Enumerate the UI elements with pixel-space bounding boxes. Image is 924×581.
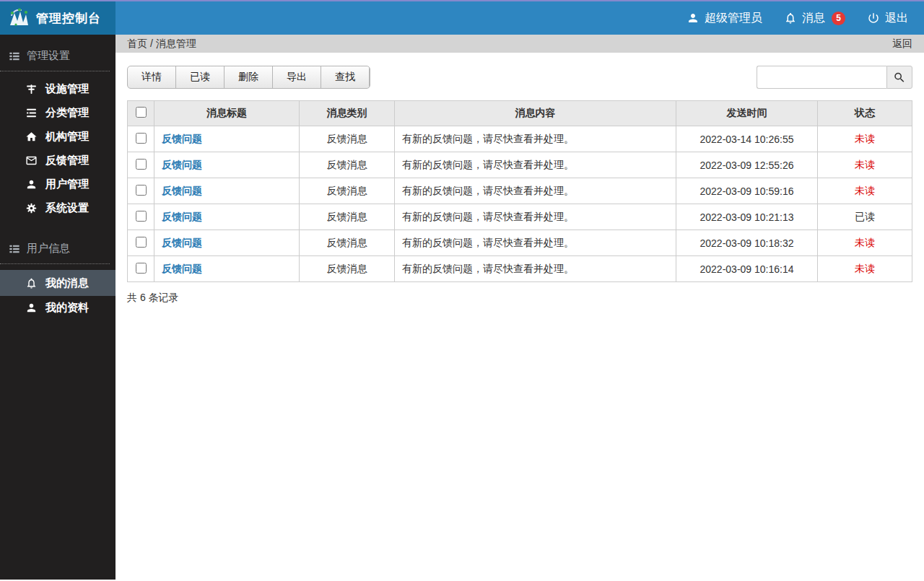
message-title-cell: 反馈问题 <box>154 256 300 282</box>
sidebar-item[interactable]: 我的消息 <box>0 270 116 296</box>
action-button[interactable]: 已读 <box>176 66 225 88</box>
message-status-cell: 未读 <box>818 152 912 178</box>
row-select-cell <box>128 126 154 152</box>
message-status-cell: 未读 <box>818 256 912 282</box>
logout-button[interactable]: 退出 <box>867 11 908 26</box>
column-header-title: 消息标题 <box>154 101 300 126</box>
user-icon <box>25 302 38 314</box>
sidebar-item-label: 反馈管理 <box>45 154 89 167</box>
message-content-cell: 有新的反馈问题，请尽快查看并处理。 <box>395 152 676 178</box>
breadcrumb-home-link[interactable]: 首页 <box>127 38 147 49</box>
table-row: 反馈问题 反馈消息 有新的反馈问题，请尽快查看并处理。 2022-03-09 1… <box>128 256 912 282</box>
topbar-right: 超级管理员 消息 5 退出 <box>687 1 924 35</box>
row-select-cell <box>128 152 154 178</box>
message-category-cell: 反馈消息 <box>300 256 395 282</box>
action-button[interactable]: 导出 <box>273 66 321 88</box>
message-title-link[interactable]: 反馈问题 <box>162 211 202 222</box>
sidebar-item-label: 机构管理 <box>45 130 89 144</box>
list-icon <box>9 51 20 62</box>
message-status-cell: 未读 <box>818 126 912 152</box>
message-title-cell: 反馈问题 <box>154 230 300 256</box>
message-category-cell: 反馈消息 <box>300 230 395 256</box>
search-button[interactable] <box>886 66 912 89</box>
gear-icon <box>25 202 38 214</box>
row-checkbox[interactable] <box>136 237 147 248</box>
sidebar-item[interactable]: 反馈管理 <box>0 149 116 172</box>
row-checkbox[interactable] <box>136 263 147 274</box>
message-title-link[interactable]: 反馈问题 <box>162 159 202 170</box>
sidebar-item[interactable]: 系统设置 <box>0 196 116 220</box>
breadcrumb-current: 消息管理 <box>156 38 196 49</box>
sidebar-item-label: 设施管理 <box>45 82 89 96</box>
message-category-cell: 反馈消息 <box>300 178 395 204</box>
sidebar-item-label: 我的消息 <box>45 276 89 290</box>
column-header-content: 消息内容 <box>395 101 676 126</box>
message-content-cell: 有新的反馈问题，请尽快查看并处理。 <box>395 204 676 230</box>
app-title: 管理控制台 <box>36 10 101 27</box>
sidebar-section-admin: 管理设置 设施管理 分类管理 机构管理 <box>0 43 116 220</box>
action-button-group: 详情 已读 删除 导出 查找 <box>127 66 370 89</box>
sidebar-item[interactable]: 设施管理 <box>0 77 116 101</box>
row-select-cell <box>128 178 154 204</box>
table-header-row: 消息标题 消息类别 消息内容 发送时间 状态 <box>128 101 912 126</box>
message-title-cell: 反馈问题 <box>154 178 300 204</box>
message-title-link[interactable]: 反馈问题 <box>162 237 202 248</box>
select-all-cell <box>128 101 154 126</box>
sidebar-item-label: 分类管理 <box>45 106 89 120</box>
power-icon <box>867 12 880 25</box>
message-title-cell: 反馈问题 <box>154 204 300 230</box>
table-row: 反馈问题 反馈消息 有新的反馈问题，请尽快查看并处理。 2022-03-09 1… <box>128 204 912 230</box>
table-row: 反馈问题 反馈消息 有新的反馈问题，请尽快查看并处理。 2022-03-14 1… <box>128 126 912 152</box>
row-checkbox[interactable] <box>136 211 147 222</box>
message-title-link[interactable]: 反馈问题 <box>162 263 202 274</box>
row-checkbox[interactable] <box>136 133 147 144</box>
row-checkbox[interactable] <box>136 185 147 196</box>
row-select-cell <box>128 230 154 256</box>
sidebar-item[interactable]: 机构管理 <box>0 125 116 149</box>
topbar: 管理控制台 超级管理员 消息 5 退出 <box>0 0 924 35</box>
column-header-category: 消息类别 <box>300 101 395 126</box>
message-content-cell: 有新的反馈问题，请尽快查看并处理。 <box>395 126 676 152</box>
table-row: 反馈问题 反馈消息 有新的反馈问题，请尽快查看并处理。 2022-03-09 1… <box>128 152 912 178</box>
messages-button[interactable]: 消息 5 <box>784 11 845 26</box>
message-category-cell: 反馈消息 <box>300 152 395 178</box>
select-all-checkbox[interactable] <box>136 107 147 118</box>
message-title-link[interactable]: 反馈问题 <box>162 133 202 144</box>
sidebar-header-admin: 管理设置 <box>0 43 110 71</box>
user-icon <box>687 12 699 25</box>
row-select-cell <box>128 256 154 282</box>
search-box <box>757 66 912 89</box>
toolbar: 详情 已读 删除 导出 查找 <box>127 66 912 89</box>
breadcrumb-separator: / <box>147 38 156 49</box>
list-icon <box>9 243 20 255</box>
sidebar-header-user: 用户信息 <box>0 236 110 264</box>
messages-count-badge: 5 <box>832 12 845 25</box>
table-body: 反馈问题 反馈消息 有新的反馈问题，请尽快查看并处理。 2022-03-14 1… <box>128 126 912 282</box>
message-time-cell: 2022-03-09 10:18:32 <box>676 230 818 256</box>
message-title-cell: 反馈问题 <box>154 126 300 152</box>
message-title-cell: 反馈问题 <box>154 152 300 178</box>
sidebar-item-label: 系统设置 <box>45 201 89 215</box>
category-icon <box>25 107 38 119</box>
breadcrumb: 首页 / 消息管理 <box>127 38 196 51</box>
row-checkbox[interactable] <box>136 159 147 170</box>
message-title-link[interactable]: 反馈问题 <box>162 185 202 196</box>
action-button[interactable]: 详情 <box>128 66 176 88</box>
messages-table: 消息标题 消息类别 消息内容 发送时间 状态 <box>127 100 912 282</box>
sidebar-header-user-label: 用户信息 <box>27 242 70 255</box>
row-select-cell <box>128 204 154 230</box>
content: 详情 已读 删除 导出 查找 <box>116 53 924 580</box>
column-header-status: 状态 <box>818 101 912 126</box>
action-button[interactable]: 删除 <box>225 66 273 88</box>
bell-icon <box>784 12 797 25</box>
sidebar-header-admin-label: 管理设置 <box>27 49 70 63</box>
current-user-button[interactable]: 超级管理员 <box>687 11 762 26</box>
record-count: 共 6 条记录 <box>127 292 912 305</box>
sidebar-item[interactable]: 分类管理 <box>0 101 116 125</box>
action-button[interactable]: 查找 <box>321 66 370 88</box>
back-link[interactable]: 返回 <box>892 38 912 51</box>
sidebar-item[interactable]: 我的资料 <box>0 296 116 320</box>
logout-label: 退出 <box>885 11 908 26</box>
search-input[interactable] <box>757 66 886 89</box>
sidebar-item[interactable]: 用户管理 <box>0 172 116 196</box>
